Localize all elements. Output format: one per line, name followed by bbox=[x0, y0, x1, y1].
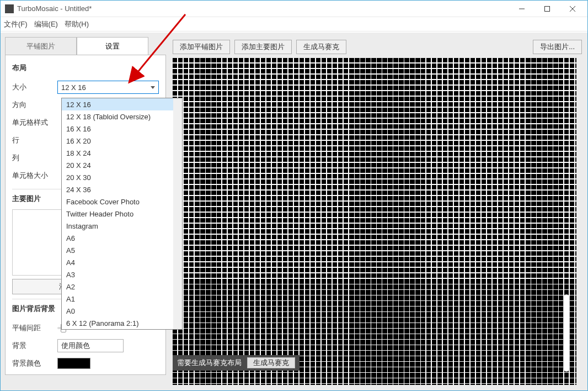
add-main-image-toolbar-button[interactable]: 添加主要图片 bbox=[234, 40, 292, 54]
rows-label: 行 bbox=[12, 135, 57, 145]
status-message: 需要生成马赛克布局 bbox=[177, 358, 242, 368]
size-combobox[interactable]: 12 X 16 bbox=[57, 81, 159, 94]
layout-heading: 布局 bbox=[12, 63, 159, 73]
tab-settings[interactable]: 设置 bbox=[77, 37, 148, 55]
size-option[interactable]: A0 bbox=[62, 305, 182, 317]
size-option[interactable]: 16 X 20 bbox=[62, 135, 182, 147]
close-button[interactable] bbox=[560, 1, 585, 17]
size-option[interactable]: 20 X 24 bbox=[62, 159, 182, 171]
cols-label: 列 bbox=[12, 153, 57, 163]
size-option[interactable]: Instagram bbox=[62, 220, 182, 232]
size-option[interactable]: A1 bbox=[62, 293, 182, 305]
size-option[interactable]: Facebook Cover Photo bbox=[62, 196, 182, 208]
cellsize-label: 单元格大小 bbox=[12, 171, 57, 181]
status-generate-button[interactable]: 生成马赛克 bbox=[247, 357, 295, 368]
size-option[interactable]: A2 bbox=[62, 281, 182, 293]
size-option[interactable]: 6 X 12 (Panorama 2:1) bbox=[62, 317, 182, 329]
size-option[interactable]: A6 bbox=[62, 232, 182, 244]
size-combobox-value: 12 X 16 bbox=[61, 83, 86, 92]
bgcolor-label: 背景颜色 bbox=[12, 358, 57, 368]
background-mode-combobox[interactable]: 使用颜色 bbox=[57, 339, 124, 352]
size-option[interactable]: Twitter Header Photo bbox=[62, 208, 182, 220]
chevron-down-icon bbox=[151, 86, 155, 89]
size-option[interactable]: A4 bbox=[62, 256, 182, 268]
size-option[interactable]: 18 X 24 bbox=[62, 147, 182, 159]
status-bar: 需要生成马赛克布局 生成马赛克 bbox=[173, 355, 300, 371]
maximize-button[interactable] bbox=[534, 1, 560, 17]
window-title: TurboMosaic - Untitled* bbox=[17, 4, 92, 13]
size-dropdown-list[interactable]: 12 X 1612 X 18 (Tabloid Oversize)16 X 16… bbox=[61, 98, 183, 330]
size-option[interactable]: 24 X 36 bbox=[62, 183, 182, 196]
menu-help[interactable]: 帮助(H) bbox=[65, 19, 89, 29]
minimize-button[interactable] bbox=[509, 1, 534, 17]
cellstyle-label: 单元格样式 bbox=[12, 118, 57, 128]
size-option[interactable]: 20 X 30 bbox=[62, 171, 182, 183]
bg-label: 背景 bbox=[12, 341, 57, 351]
tab-tiles[interactable]: 平铺图片 bbox=[5, 37, 77, 55]
generate-mosaic-button[interactable]: 生成马赛克 bbox=[296, 40, 346, 54]
size-option[interactable]: 16 X 16 bbox=[62, 123, 182, 135]
svg-rect-1 bbox=[545, 6, 550, 11]
size-option[interactable]: 12 X 16 bbox=[62, 98, 182, 110]
spacing-label: 平铺间距 bbox=[12, 323, 57, 333]
size-option[interactable]: A5 bbox=[62, 244, 182, 256]
add-tile-images-button[interactable]: 添加平铺图片 bbox=[173, 40, 230, 54]
menu-edit[interactable]: 编辑(E) bbox=[34, 19, 58, 29]
dropdown-scrollbar[interactable] bbox=[173, 98, 182, 329]
size-label: 大小 bbox=[12, 82, 57, 92]
orientation-label: 方向 bbox=[12, 100, 57, 110]
app-icon bbox=[5, 4, 14, 13]
size-option[interactable]: 12 X 18 (Tabloid Oversize) bbox=[62, 110, 182, 123]
background-color-swatch[interactable] bbox=[57, 358, 90, 369]
mosaic-grid-preview bbox=[173, 58, 576, 385]
size-option[interactable]: A3 bbox=[62, 268, 182, 281]
menu-file[interactable]: 文件(F) bbox=[4, 19, 28, 29]
zoom-slider[interactable] bbox=[563, 294, 570, 372]
export-image-button[interactable]: 导出图片... bbox=[533, 40, 582, 54]
